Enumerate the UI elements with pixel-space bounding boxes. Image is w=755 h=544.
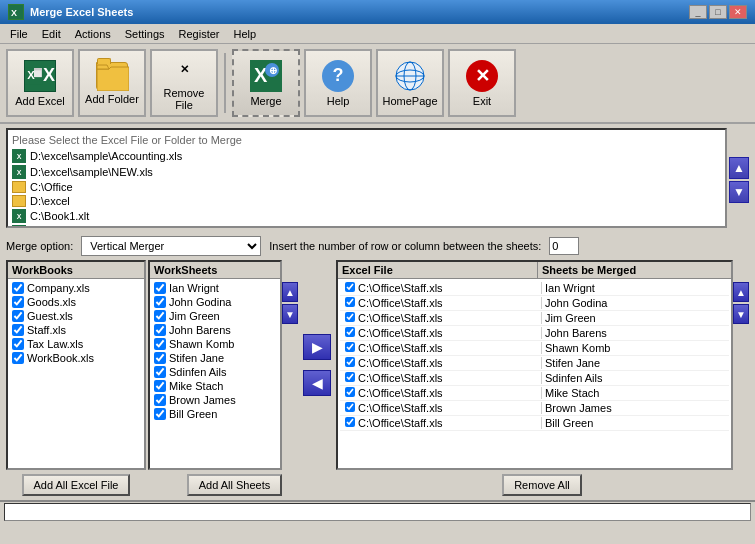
result-row[interactable]: C:\Office\Staff.xls Brown James [340,401,729,416]
minimize-button[interactable]: _ [689,5,707,19]
workbook-item[interactable]: Guest.xls [10,309,142,323]
add-arrow-button[interactable]: ▶ [303,334,331,360]
result-row[interactable]: C:\Office\Staff.xls Bill Green [340,416,729,431]
menu-file[interactable]: File [4,26,34,42]
merge-option-select[interactable]: Vertical Merger Horizontal Merger [81,236,261,256]
result-row[interactable]: C:\Office\Staff.xls John Godina [340,296,729,311]
worksheets-body[interactable]: Ian Wrignt John Godina Jim Green John Ba… [150,279,280,468]
menu-actions[interactable]: Actions [69,26,117,42]
file-item[interactable]: X D:\excel\sample\Accounting.xls [8,148,725,164]
menu-edit[interactable]: Edit [36,26,67,42]
remove-arrow-button[interactable]: ◀ [303,370,331,396]
menu-register[interactable]: Register [173,26,226,42]
maximize-button[interactable]: □ [709,5,727,19]
results-scroll-up[interactable]: ▲ [733,282,749,302]
svg-text:X: X [11,8,17,18]
file-item[interactable]: X D:\My Documents\AAA.xls [8,224,725,228]
remove-all-button[interactable]: Remove All [502,474,582,496]
xls-icon: X [12,149,26,163]
workbooks-panel: WorkBooks Company.xls Goods.xls Guest.xl… [6,260,146,470]
insert-label: Insert the number of row or column betwe… [269,240,541,252]
remove-file-label: Remove File [156,87,212,111]
homepage-label: HomePage [382,95,437,107]
result-row[interactable]: C:\Office\Staff.xls Mike Stach [340,386,729,401]
worksheet-item[interactable]: Bill Green [152,407,278,421]
excel-file-header: Excel File [338,262,538,278]
folder-icon [12,181,26,193]
add-excel-button[interactable]: X Add Excel [6,49,74,117]
folder-icon [12,195,26,207]
status-input[interactable] [4,503,751,521]
scroll-down-button[interactable]: ▼ [729,181,749,203]
result-row[interactable]: C:\Office\Staff.xls Shawn Komb [340,341,729,356]
help-button[interactable]: ? Help [304,49,372,117]
workbook-item[interactable]: Goods.xls [10,295,142,309]
exit-label: Exit [473,95,491,107]
worksheet-item[interactable]: John Godina [152,295,278,309]
result-row[interactable]: C:\Office\Staff.xls Stifen Jane [340,356,729,371]
menu-settings[interactable]: Settings [119,26,171,42]
homepage-button[interactable]: HomePage [376,49,444,117]
results-body[interactable]: C:\Office\Staff.xls Ian Wrignt C:\Office… [338,279,731,468]
add-excel-label: Add Excel [15,95,65,107]
worksheets-header: WorkSheets [150,262,280,279]
workbook-item[interactable]: Company.xls [10,281,142,295]
exit-button[interactable]: ✕ Exit [448,49,516,117]
worksheet-item[interactable]: John Barens [152,323,278,337]
merge-icon: X ⊕ [250,60,282,92]
main-content: Please Select the Excel File or Folder t… [0,124,755,500]
worksheets-scroll-down[interactable]: ▼ [282,304,298,324]
worksheet-item[interactable]: Mike Stach [152,379,278,393]
worksheets-panel-wrapper: WorkSheets Ian Wrignt John Godina Jim Gr… [148,260,298,470]
xls-icon: X [12,225,26,228]
merge-option-label: Merge option: [6,240,73,252]
workbook-item[interactable]: Tax Law.xls [10,337,142,351]
menu-help[interactable]: Help [228,26,263,42]
scroll-up-button[interactable]: ▲ [729,157,749,179]
help-label: Help [327,95,350,107]
result-row[interactable]: C:\Office\Staff.xls Ian Wrignt [340,281,729,296]
results-header: Excel File Sheets be Merged [338,262,731,279]
result-row[interactable]: C:\Office\Staff.xls John Barens [340,326,729,341]
results-scroll-down[interactable]: ▼ [733,304,749,324]
remove-file-button[interactable]: ✕ Remove File [150,49,218,117]
file-item[interactable]: D:\excel [8,194,725,208]
file-item[interactable]: C:\Office [8,180,725,194]
file-list-placeholder: Please Select the Excel File or Folder t… [8,132,725,148]
worksheet-item[interactable]: Shawn Komb [152,337,278,351]
toolbar: X Add Excel Add Folder ✕ Remove File X [0,44,755,124]
add-folder-icon [96,62,128,90]
close-button[interactable]: ✕ [729,5,747,19]
insert-value-input[interactable] [549,237,579,255]
worksheets-scroll: ▲ ▼ [282,260,298,470]
merge-options-row: Merge option: Vertical Merger Horizontal… [6,236,749,256]
worksheet-item[interactable]: Jim Green [152,309,278,323]
workbook-item[interactable]: WorkBook.xls [10,351,142,365]
file-list-items: Please Select the Excel File or Folder t… [8,130,725,228]
worksheet-item[interactable]: Brown James [152,393,278,407]
worksheet-item[interactable]: Ian Wrignt [152,281,278,295]
file-item[interactable]: X D:\excel\sample\NEW.xls [8,164,725,180]
add-all-sheets-button[interactable]: Add All Sheets [187,474,283,496]
worksheet-item[interactable]: Sdinfen Ails [152,365,278,379]
title-bar-controls: _ □ ✕ [689,5,747,19]
merge-button[interactable]: X ⊕ Merge [232,49,300,117]
file-list[interactable]: Please Select the Excel File or Folder t… [6,128,727,228]
add-all-excel-button[interactable]: Add All Excel File [22,474,131,496]
app-icon: X [8,4,24,20]
add-folder-label: Add Folder [85,93,139,105]
workbook-item[interactable]: Staff.xls [10,323,142,337]
file-item[interactable]: X C:\Book1.xlt [8,208,725,224]
result-row[interactable]: C:\Office\Staff.xls Jim Green [340,311,729,326]
remove-file-icon: ✕ [168,55,200,84]
file-list-wrapper: Please Select the Excel File or Folder t… [6,128,749,232]
homepage-icon [394,60,426,92]
add-folder-button[interactable]: Add Folder [78,49,146,117]
merge-label: Merge [250,95,281,107]
worksheet-item[interactable]: Stifen Jane [152,351,278,365]
result-row[interactable]: C:\Office\Staff.xls Sdinfen Ails [340,371,729,386]
window-title: Merge Excel Sheets [30,6,133,18]
worksheets-scroll-up[interactable]: ▲ [282,282,298,302]
toolbar-separator [224,53,226,113]
workbooks-body[interactable]: Company.xls Goods.xls Guest.xls Staff.xl… [8,279,144,468]
